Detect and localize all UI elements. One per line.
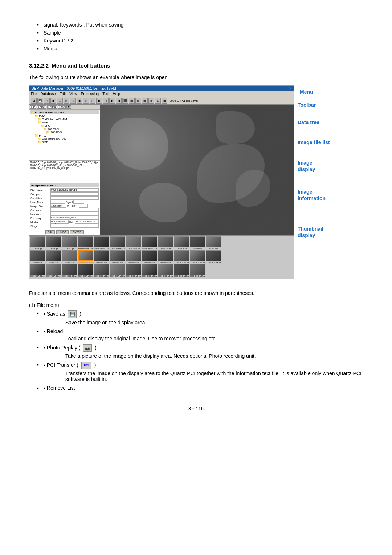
file-menu-section: (1) File menu ▪ Save as 💾 ) Save the ima… [29,302,363,391]
pci-icon: PCI [81,362,91,369]
annotation-toolbar: Toolbar [298,102,316,108]
file-menu-label: (1) File menu [29,302,363,308]
section-intro: The following picture shows an example w… [29,74,363,80]
menu-item-photo-replay: ▪ Photo Replay ( 📷 ) Take a picture of t… [44,344,363,359]
save-icon: 💾 [68,310,77,318]
functions-text: Functions of menu commands are as follow… [29,289,363,297]
sim-toolbar: 🗂 💾 🖨 ▣ □ ▷ ◁ ◉ ◎ ◯ ▣ ◻ ▶ ◀ ⬛ ▦ ▧ ▦ ⊞ ⊟ [29,97,294,105]
sim-left-panel: File Folder Format Date ▼ 📁 Project-D:¥F… [29,105,100,235]
annotation-image-display: Imagedisplay [298,159,315,173]
bullet-item-1: signal, Keywords : Put when saving. [44,22,363,28]
thumbnail-strip: 0009-1.jpe 0009-2.jpe 0009-3.jpe 0009-4a… [29,235,294,279]
sim-menubar: File Database Edit View Processing Tool … [29,91,294,97]
annotation-file-list: Image file list [298,139,330,146]
menu-item-reload: ▪ Reload Load and display the original i… [44,328,363,341]
menu-item-remove-list: ▪ Remove List [44,385,363,391]
annotation-datatree: Data tree [298,119,319,125]
sem-screenshot: SEM Data Manager - 0009-01b150b1-5em.jpg… [29,85,294,279]
reload-description: Load and display the original image. Use… [65,336,218,341]
section-heading: 3.12.2.2 Menu and tool buttons [29,62,363,69]
menu-item-save: ▪ Save as 💾 ) Save the image on the disp… [44,310,363,325]
annotation-image-info: Imageinformation [298,189,326,202]
menu-item-pci-transfer: ▪ PCI Transfer ( PCI ) Transfers the ima… [44,362,363,382]
save-description: Save the image on the display area. [65,320,146,325]
annotation-menu: Menu [300,89,313,95]
bullet-list: signal, Keywords : Put when saving. Samp… [29,22,363,52]
edit-buttons: Edit UNDO ENTER [29,229,100,235]
sim-main: File Folder Format Date ▼ 📁 Project-D:¥F… [29,105,294,235]
photo-description: Take a picture of the image on the displ… [65,353,256,359]
image-file-list: 0009-G7_17.jpe 0009-G7_14.jpe 0009-G7_18… [29,161,100,182]
screenshot-with-annotations: SEM Data Manager - 0009-01b150b1-5em.jpg… [29,85,363,289]
bullet-item-3: Keyword1 / 2 [44,38,363,44]
data-tree: 📁 Project-D:¥FUJIMAYAI 📁 P-A01 📁 C:¥Pict… [29,110,100,161]
menu-items-list: ▪ Save as 💾 ) Save the image on the disp… [29,310,363,391]
annotation-list: Menu Toolbar Data tree Image file list I… [294,85,330,289]
sim-titlebar: SEM Data Manager - 0009-01b150b1-5em.jpg… [29,86,294,91]
page-number: 3－116 [29,405,363,412]
bullet-item-2: Sample [44,30,363,36]
photo-icon: 📷 [83,344,92,352]
annotation-thumbnail: Thumbnaildisplay [298,226,323,239]
pci-description: Transfers the image on the dispaly area … [65,370,362,382]
image-display [100,105,294,235]
bullet-item-4: Media [44,46,363,52]
image-info-panel: Image Information File Name 0009-01b150b… [29,182,100,229]
